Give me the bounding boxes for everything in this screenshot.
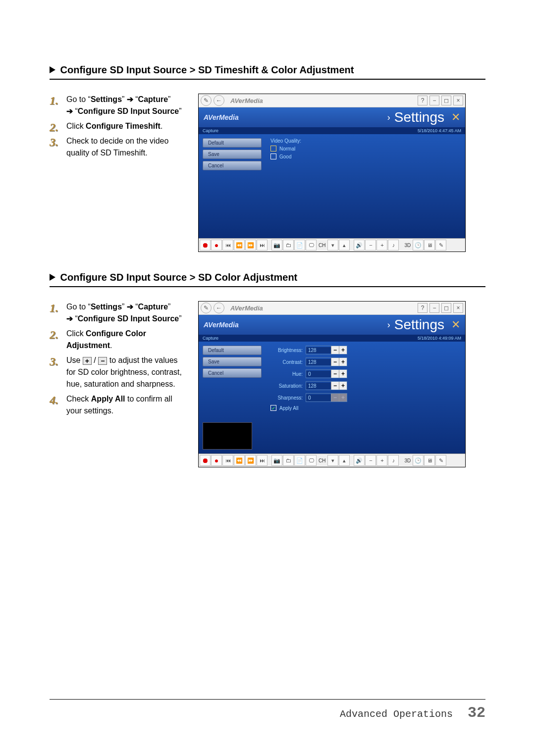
good-checkbox[interactable] bbox=[270, 153, 276, 159]
vol-minus-icon[interactable]: − bbox=[365, 240, 376, 251]
apply-all-label: Apply All bbox=[279, 405, 298, 411]
record-icon[interactable]: ⏺ bbox=[200, 455, 211, 466]
skip-fwd-icon[interactable]: ⏭ bbox=[257, 455, 268, 466]
3d-label: 3D bbox=[403, 243, 412, 248]
note-icon[interactable]: ♪ bbox=[388, 240, 399, 251]
breadcrumb[interactable]: Capture bbox=[203, 128, 218, 133]
minus-button[interactable]: − bbox=[331, 346, 339, 354]
close-icon[interactable]: × bbox=[453, 96, 463, 105]
camera-icon[interactable]: 📷 bbox=[271, 455, 282, 466]
doc-icon[interactable]: 📄 bbox=[294, 240, 305, 251]
speaker-icon[interactable]: 🔊 bbox=[354, 240, 365, 251]
help-icon[interactable]: ? bbox=[418, 303, 428, 313]
plus-button: + bbox=[339, 394, 347, 402]
screen-icon[interactable]: 🖵 bbox=[306, 240, 317, 251]
skip-back-icon[interactable]: ⏮ bbox=[222, 240, 233, 251]
back-icon[interactable]: ← bbox=[214, 95, 224, 106]
section1-instructions: Go to “Settings” ➔ “Capture” ➔ “Configur… bbox=[50, 94, 188, 162]
minimize-icon[interactable]: − bbox=[429, 96, 439, 105]
header-brand: AVerMedia bbox=[204, 113, 239, 121]
skip-fwd-icon[interactable]: ⏭ bbox=[257, 240, 268, 251]
plus-button[interactable]: + bbox=[339, 370, 347, 378]
timestamp: 5/18/2010 4:49:09 AM bbox=[418, 336, 461, 341]
sidebar-cancel[interactable]: Cancel bbox=[203, 161, 262, 170]
normal-checkbox[interactable] bbox=[270, 146, 276, 151]
doc-icon[interactable]: 📄 bbox=[294, 455, 305, 466]
player-toolbar: ⏺ ● ⏮ ⏪ ⏩ ⏭ 📷 🗀 📄 🖵 CH ▾ ▴ 🔊 − + ♪ 3D 🕒 … bbox=[199, 238, 465, 252]
ch-up-icon[interactable]: ▴ bbox=[339, 455, 350, 466]
note-icon[interactable]: ♪ bbox=[388, 455, 399, 466]
camera-icon[interactable]: 📷 bbox=[271, 240, 282, 251]
sidebar-cancel[interactable]: Cancel bbox=[203, 368, 262, 378]
triangle-bullet-icon bbox=[50, 274, 55, 281]
spin-box: 128−+ bbox=[306, 357, 347, 366]
good-label: Good bbox=[279, 154, 291, 159]
record-icon[interactable]: ⏺ bbox=[200, 240, 211, 251]
pen-icon[interactable]: ✎ bbox=[201, 95, 212, 106]
step-3: Check to decide on the video quality of … bbox=[50, 135, 188, 159]
folder-icon[interactable]: 🗀 bbox=[283, 240, 294, 251]
tool-icon[interactable]: ✎ bbox=[435, 240, 446, 251]
minus-button[interactable]: − bbox=[331, 358, 339, 366]
spin-value[interactable]: 128 bbox=[306, 359, 331, 365]
sidebar-save[interactable]: Save bbox=[203, 357, 262, 366]
clock-icon[interactable]: 🕒 bbox=[413, 455, 424, 466]
ch-down-icon[interactable]: ▾ bbox=[327, 455, 338, 466]
minus-button[interactable]: − bbox=[331, 370, 339, 378]
plus-button[interactable]: + bbox=[339, 382, 347, 390]
pen-icon[interactable]: ✎ bbox=[201, 302, 212, 313]
spin-value[interactable]: 128 bbox=[306, 347, 331, 353]
screenshot-timeshift: ✎ ← AVerMedia ? − ◻ × AVerMedia › Settin… bbox=[198, 94, 466, 252]
minus-button-icon: − bbox=[98, 357, 107, 365]
folder-icon[interactable]: 🗀 bbox=[283, 455, 294, 466]
spin-value[interactable]: 128 bbox=[306, 383, 331, 389]
adjust-row: Brightness:128−+ bbox=[270, 346, 460, 354]
sidebar-default[interactable]: Default bbox=[203, 138, 262, 148]
spin-box: 0−+ bbox=[306, 393, 347, 402]
monitor-icon[interactable]: 🖥 bbox=[424, 240, 435, 251]
restore-icon[interactable]: ◻ bbox=[441, 96, 451, 105]
step-2: Click Configure Color Adjustment. bbox=[50, 328, 188, 352]
vol-plus-icon[interactable]: + bbox=[376, 240, 387, 251]
plus-button[interactable]: + bbox=[339, 346, 347, 354]
back-icon[interactable]: ← bbox=[214, 302, 224, 313]
wrench-icon: ✕ bbox=[447, 111, 460, 124]
speaker-icon[interactable]: 🔊 bbox=[354, 455, 365, 466]
spin-value[interactable]: 0 bbox=[306, 395, 331, 401]
rewind-icon[interactable]: ⏪ bbox=[234, 240, 245, 251]
tool-icon[interactable]: ✎ bbox=[435, 455, 446, 466]
skip-back-icon[interactable]: ⏮ bbox=[222, 455, 233, 466]
sidebar-default[interactable]: Default bbox=[203, 346, 262, 355]
spin-box: 128−+ bbox=[306, 346, 347, 354]
minimize-icon[interactable]: − bbox=[429, 303, 439, 313]
ffwd-icon[interactable]: ⏩ bbox=[245, 240, 256, 251]
vol-minus-icon[interactable]: − bbox=[365, 455, 376, 466]
player-toolbar: ⏺ ● ⏮ ⏪ ⏩ ⏭ 📷 🗀 📄 🖵 CH ▾ ▴ 🔊 − + ♪ 3D 🕒 … bbox=[199, 454, 465, 467]
plus-button[interactable]: + bbox=[339, 358, 347, 366]
adjust-row: Sharpness:0−+ bbox=[270, 393, 460, 402]
vol-plus-icon[interactable]: + bbox=[376, 455, 387, 466]
adjust-row: Hue:0−+ bbox=[270, 369, 460, 378]
ch-down-icon[interactable]: ▾ bbox=[327, 240, 338, 251]
record2-icon[interactable]: ● bbox=[211, 240, 222, 251]
spin-value[interactable]: 0 bbox=[306, 371, 331, 377]
close-icon[interactable]: × bbox=[453, 303, 463, 313]
help-icon[interactable]: ? bbox=[418, 96, 428, 105]
arrow-icon: ➔ bbox=[66, 107, 73, 115]
screen-icon[interactable]: 🖵 bbox=[306, 455, 317, 466]
rewind-icon[interactable]: ⏪ bbox=[234, 455, 245, 466]
apply-all-checkbox[interactable] bbox=[270, 405, 276, 411]
ch-label: CH bbox=[317, 243, 327, 248]
page-footer: Advanced Operations 32 bbox=[50, 699, 485, 721]
ch-up-icon[interactable]: ▴ bbox=[339, 240, 350, 251]
record2-icon[interactable]: ● bbox=[211, 455, 222, 466]
ffwd-icon[interactable]: ⏩ bbox=[245, 455, 256, 466]
adjust-label: Saturation: bbox=[270, 383, 303, 389]
breadcrumb[interactable]: Capture bbox=[203, 336, 218, 341]
sidebar-save[interactable]: Save bbox=[203, 150, 262, 159]
monitor-icon[interactable]: 🖥 bbox=[424, 455, 435, 466]
clock-icon[interactable]: 🕒 bbox=[413, 240, 424, 251]
restore-icon[interactable]: ◻ bbox=[441, 303, 451, 313]
minus-button[interactable]: − bbox=[331, 382, 339, 390]
3d-label: 3D bbox=[403, 458, 412, 463]
